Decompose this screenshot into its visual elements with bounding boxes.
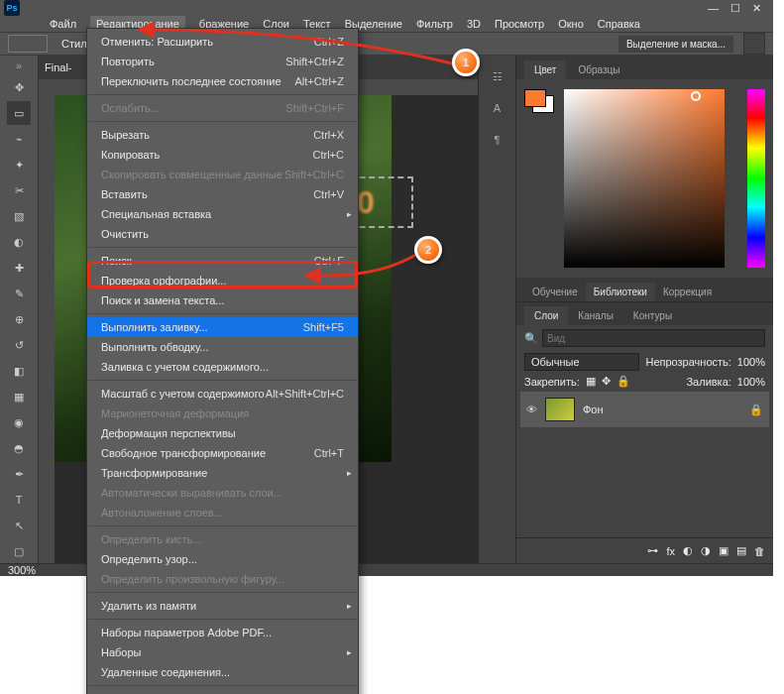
- menu-фильтр[interactable]: Фильтр: [416, 18, 453, 30]
- menu-item[interactable]: Заливка с учетом содержимого...: [87, 357, 358, 377]
- character-panel-icon[interactable]: A: [487, 97, 508, 119]
- tab-paths[interactable]: Контуры: [623, 306, 682, 325]
- tab-swatches[interactable]: Образцы: [568, 60, 629, 79]
- menu-item[interactable]: Настройка цветов...Shift+Ctrl+K: [87, 689, 358, 694]
- crop-tool-icon[interactable]: ✂: [7, 178, 31, 202]
- options-extra-icon[interactable]: [743, 33, 765, 55]
- menu-item[interactable]: ПоискCtrl+F: [87, 251, 358, 271]
- tab-layers[interactable]: Слои: [524, 306, 568, 325]
- menu-item[interactable]: Масштаб с учетом содержимогоAlt+Shift+Ct…: [87, 384, 358, 404]
- marquee-icon[interactable]: [8, 35, 48, 53]
- tab-learn[interactable]: Обучение: [524, 283, 586, 301]
- menu-item[interactable]: Свободное трансформированиеCtrl+T: [87, 443, 358, 463]
- blend-mode-dropdown[interactable]: Обычные: [524, 353, 639, 371]
- menu-item[interactable]: Выполнить заливку...Shift+F5: [87, 317, 358, 337]
- lasso-tool-icon[interactable]: ⌁: [7, 127, 31, 151]
- history-panel-icon[interactable]: ☷: [487, 65, 508, 87]
- frame-tool-icon[interactable]: ▧: [7, 204, 31, 228]
- move-tool-icon[interactable]: ✥: [7, 75, 31, 99]
- zoom-value[interactable]: 300%: [8, 564, 36, 576]
- menu-item[interactable]: Деформация перспективы: [87, 423, 358, 443]
- menu-item-label: Масштаб с учетом содержимого: [101, 388, 266, 400]
- lock-pixels-icon[interactable]: ▦: [586, 375, 596, 388]
- menu-окно[interactable]: Окно: [558, 18, 584, 30]
- menu-item[interactable]: Поиск и замена текста...: [87, 290, 358, 310]
- select-and-mask-button[interactable]: Выделение и маска...: [618, 36, 733, 53]
- tab-libraries[interactable]: Библиотеки: [586, 283, 655, 301]
- menu-файл[interactable]: Файл: [50, 18, 76, 30]
- brush-tool-icon[interactable]: ✎: [7, 282, 31, 305]
- document-tab[interactable]: Final-: [45, 61, 72, 73]
- mask-icon[interactable]: ◐: [683, 544, 693, 557]
- menu-item-label: Вставить: [101, 188, 313, 200]
- fg-bg-swatch[interactable]: [524, 89, 554, 113]
- menu-item[interactable]: ВырезатьCtrl+X: [87, 125, 358, 145]
- eyedropper-tool-icon[interactable]: ◐: [7, 230, 31, 254]
- shape-tool-icon[interactable]: ▢: [7, 539, 31, 563]
- paragraph-panel-icon[interactable]: ¶: [487, 129, 508, 151]
- layer-thumbnail: [545, 398, 575, 421]
- layer-name[interactable]: Фон: [583, 404, 604, 415]
- path-tool-icon[interactable]: ↖: [7, 514, 31, 537]
- menu-item[interactable]: КопироватьCtrl+C: [87, 145, 358, 165]
- color-picker[interactable]: [564, 89, 725, 268]
- new-layer-icon[interactable]: ▤: [736, 544, 746, 557]
- type-tool-icon[interactable]: T: [7, 488, 31, 512]
- menu-item[interactable]: Специальная вставка: [87, 204, 358, 224]
- lock-all-icon[interactable]: 🔒: [616, 375, 630, 388]
- lock-position-icon[interactable]: ✥: [602, 375, 611, 388]
- visibility-icon[interactable]: 👁: [526, 404, 537, 415]
- fx-icon[interactable]: fx: [666, 545, 675, 557]
- menu-item[interactable]: Удалить из памяти: [87, 596, 358, 616]
- menu-item[interactable]: Удаленные соединения...: [87, 662, 358, 682]
- menu-item[interactable]: Наборы: [87, 642, 358, 662]
- menu-item[interactable]: Выполнить обводку...: [87, 337, 358, 357]
- tab-color[interactable]: Цвет: [524, 60, 566, 79]
- history-brush-tool-icon[interactable]: ↺: [7, 333, 31, 357]
- menu-просмотр[interactable]: Просмотр: [495, 18, 544, 30]
- menu-item[interactable]: Наборы параметров Adobe PDF...: [87, 623, 358, 642]
- menu-item-label: Выполнить заливку...: [101, 321, 303, 333]
- menu-item[interactable]: Очистить: [87, 224, 358, 244]
- menu-item[interactable]: Проверка орфографии...: [87, 271, 358, 290]
- menu-item-label: Отменить: Расширить: [101, 36, 314, 48]
- collapse-icon[interactable]: »: [16, 59, 22, 71]
- menu-справка[interactable]: Справка: [598, 18, 640, 30]
- marquee-tool-icon[interactable]: ▭: [7, 101, 31, 125]
- menu-item-shortcut: Ctrl+V: [313, 188, 344, 200]
- menu-item[interactable]: Отменить: РасширитьCtrl+Z: [87, 32, 358, 52]
- menu-item[interactable]: Определить узор...: [87, 549, 358, 569]
- layer-row[interactable]: 👁 Фон 🔒: [520, 392, 769, 427]
- menu-item[interactable]: Трансформирование: [87, 463, 358, 483]
- blur-tool-icon[interactable]: ◉: [7, 410, 31, 434]
- group-icon[interactable]: ▣: [719, 544, 728, 557]
- tab-adjustments[interactable]: Коррекция: [655, 283, 720, 301]
- maximize-icon[interactable]: ☐: [730, 2, 740, 15]
- menu-item-label: Удаленные соединения...: [101, 666, 344, 678]
- menu-separator: [88, 525, 357, 526]
- stamp-tool-icon[interactable]: ⊕: [7, 307, 31, 331]
- menu-3d[interactable]: 3D: [467, 18, 481, 30]
- hue-slider[interactable]: [747, 89, 765, 268]
- fill-value[interactable]: 100%: [737, 376, 765, 388]
- menu-item[interactable]: Переключить последнее состояниеAlt+Ctrl+…: [87, 71, 358, 91]
- layer-filter-input[interactable]: [542, 329, 765, 347]
- heal-tool-icon[interactable]: ✚: [7, 256, 31, 280]
- search-icon: 🔍: [524, 332, 538, 345]
- pen-tool-icon[interactable]: ✒: [7, 462, 31, 486]
- link-layers-icon[interactable]: ⊶: [647, 544, 658, 557]
- menu-item-label: Копировать: [101, 149, 313, 161]
- opacity-value[interactable]: 100%: [737, 356, 765, 368]
- adjustment-icon[interactable]: ◑: [701, 544, 711, 557]
- gradient-tool-icon[interactable]: ▦: [7, 385, 31, 408]
- close-icon[interactable]: ✕: [752, 2, 761, 15]
- eraser-tool-icon[interactable]: ◧: [7, 359, 31, 383]
- minimize-icon[interactable]: —: [708, 2, 719, 15]
- menu-item[interactable]: ПовторитьShift+Ctrl+Z: [87, 52, 358, 71]
- dodge-tool-icon[interactable]: ◓: [7, 436, 31, 460]
- wand-tool-icon[interactable]: ✦: [7, 153, 31, 176]
- menu-separator: [88, 94, 357, 95]
- menu-item[interactable]: ВставитьCtrl+V: [87, 184, 358, 204]
- tab-channels[interactable]: Каналы: [568, 306, 623, 325]
- trash-icon[interactable]: 🗑: [754, 545, 765, 557]
